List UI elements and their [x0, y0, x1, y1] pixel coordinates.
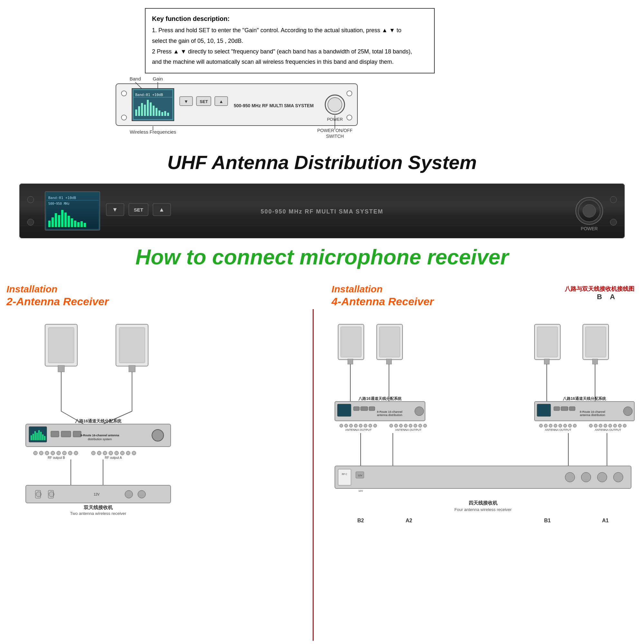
svg-point-219 [597, 472, 607, 482]
svg-rect-140 [386, 359, 392, 364]
red-divider [313, 309, 314, 641]
svg-point-217 [565, 472, 575, 482]
bottom-diagrams: Installation 2-Antenna Receiver [6, 283, 638, 641]
page: Key function description: 1. Press and h… [0, 0, 644, 644]
svg-point-174 [349, 424, 353, 427]
svg-text:8-Route 16-channel: 8-Route 16-channel [580, 410, 605, 413]
svg-rect-54 [61, 210, 63, 227]
svg-text:八路16通道天线分配系统: 八路16通道天线分配系统 [358, 396, 402, 401]
svg-rect-96 [44, 436, 45, 440]
svg-text:distribution system: distribution system [88, 438, 112, 441]
svg-point-103 [33, 451, 37, 455]
left-install-label: Installation [6, 283, 309, 295]
svg-rect-15 [158, 110, 160, 116]
svg-text:Gain: Gain [153, 76, 163, 81]
svg-point-183 [399, 424, 403, 427]
svg-rect-157 [361, 407, 368, 411]
svg-text:ANTENNA OUTPUT: ANTENNA OUTPUT [545, 428, 572, 431]
svg-rect-90 [33, 434, 34, 440]
svg-rect-163 [537, 404, 551, 416]
svg-rect-8 [138, 106, 140, 116]
svg-point-29 [347, 91, 352, 96]
svg-text:▼: ▼ [184, 99, 188, 104]
svg-text:B2: B2 [357, 518, 364, 523]
svg-text:Four antenna wireless receiver: Four antenna wireless receiver [454, 507, 512, 512]
svg-point-112 [97, 451, 101, 455]
zh-diagram-title: 八路与双天线接收机接线图 [565, 286, 634, 292]
svg-point-109 [68, 451, 72, 455]
svg-text:A1: A1 [602, 518, 609, 523]
svg-rect-53 [58, 215, 60, 227]
svg-point-102 [152, 430, 164, 441]
svg-rect-17 [164, 111, 166, 116]
svg-text:12V: 12V [357, 474, 362, 477]
svg-point-30 [347, 115, 352, 120]
svg-point-192 [549, 424, 552, 427]
svg-point-71 [583, 204, 596, 217]
svg-point-115 [115, 451, 118, 455]
subtitle-section: How to connect microphone receiver [0, 245, 644, 269]
svg-point-190 [539, 424, 543, 427]
svg-point-131 [138, 490, 146, 498]
svg-rect-158 [369, 407, 375, 411]
svg-rect-92 [36, 433, 38, 440]
svg-point-202 [604, 424, 607, 427]
b-label: B [597, 293, 602, 301]
svg-point-2 [121, 115, 127, 120]
right-diagram: Installation 4-Antenna Receiver 八路与双天线接收… [328, 283, 638, 641]
svg-point-185 [409, 424, 412, 427]
svg-point-130 [125, 490, 133, 498]
svg-rect-213 [338, 469, 351, 485]
svg-text:RF output A: RF output A [105, 456, 122, 459]
svg-point-187 [419, 424, 422, 427]
svg-point-179 [374, 424, 377, 427]
svg-point-113 [103, 451, 107, 455]
svg-text:SWITCH: SWITCH [326, 134, 344, 139]
svg-text:RF C: RF C [342, 473, 347, 475]
svg-rect-57 [71, 218, 73, 227]
svg-text:8-Route 16-channel: 8-Route 16-channel [377, 410, 402, 413]
svg-rect-147 [585, 327, 606, 357]
svg-point-105 [45, 451, 49, 455]
svg-rect-61 [84, 223, 86, 227]
svg-text:POWER: POWER [581, 226, 598, 231]
svg-point-110 [74, 451, 78, 455]
device-diagram-svg: Band:01 +10dB ▼ SET ▲ 500-9 [32, 64, 612, 142]
svg-rect-94 [40, 432, 42, 440]
svg-point-204 [613, 424, 617, 427]
device-diagram-section: Band:01 +10dB ▼ SET ▲ 500-9 [32, 64, 612, 142]
svg-point-184 [404, 424, 407, 427]
svg-text:▲: ▲ [159, 206, 165, 213]
keyfunc-line1: 1. Press and hold SET to enter the "Gain… [152, 26, 428, 35]
svg-point-206 [623, 424, 626, 427]
key-function-box: Key function description: 1. Press and h… [145, 8, 435, 73]
svg-text:Band:01    +10dB: Band:01 +10dB [48, 196, 76, 200]
svg-text:▲: ▲ [219, 99, 223, 104]
svg-rect-81 [129, 365, 135, 372]
svg-point-194 [559, 424, 562, 427]
svg-point-107 [57, 451, 61, 455]
svg-point-203 [609, 424, 612, 427]
svg-rect-139 [379, 327, 400, 357]
svg-text:B1: B1 [544, 518, 551, 523]
keyfunc-line2: 2 Press ▲ ▼ directly to select "frequenc… [152, 47, 428, 56]
svg-text:12V: 12V [358, 489, 363, 492]
svg-text:SET: SET [134, 207, 143, 213]
svg-point-117 [126, 451, 130, 455]
keyfunc-line1b: select the gain of 05, 10, 15 , 20dB. [152, 36, 428, 46]
svg-point-220 [613, 472, 623, 482]
a-label: A [610, 293, 615, 301]
svg-rect-99 [73, 431, 81, 437]
svg-rect-136 [348, 359, 353, 364]
svg-text:八路16通道天线分配系统: 八路16通道天线分配系统 [75, 419, 122, 423]
svg-text:8-Route 16-channel antenna: 8-Route 16-channel antenna [81, 434, 119, 437]
left-diagram-svg: 8-Route 16-channel antenna distribution … [6, 311, 296, 601]
svg-point-114 [109, 451, 113, 455]
svg-text:ANTENNA OUTPUT: ANTENNA OUTPUT [345, 428, 372, 431]
svg-rect-50 [48, 221, 51, 227]
svg-rect-13 [153, 106, 155, 116]
svg-rect-60 [81, 221, 83, 227]
svg-rect-11 [147, 100, 149, 116]
svg-point-199 [589, 424, 592, 427]
key-function-title: Key function description: [152, 14, 428, 24]
